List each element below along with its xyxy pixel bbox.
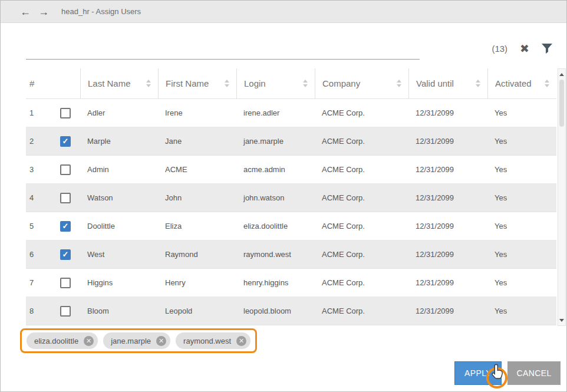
row-checkbox[interactable]: ✓ bbox=[60, 221, 71, 232]
row-checkbox[interactable] bbox=[60, 108, 71, 118]
column-header-login[interactable]: Login bbox=[236, 68, 315, 98]
sort-down-icon bbox=[303, 84, 308, 87]
table-row: 5✓DoolittleElizaeliza.doolittleACME Corp… bbox=[26, 212, 556, 241]
table-scrollbar[interactable] bbox=[558, 68, 566, 326]
scroll-up-icon[interactable] bbox=[558, 71, 565, 78]
chip-remove-icon[interactable]: ✕ bbox=[84, 336, 94, 346]
cell-activated: Yes bbox=[487, 184, 556, 212]
chip-remove-icon[interactable]: ✕ bbox=[236, 336, 246, 346]
column-label: Login bbox=[244, 78, 266, 88]
cell-login: irene.adler bbox=[236, 99, 315, 127]
column-header-valid-until[interactable]: Valid until bbox=[408, 68, 487, 98]
row-checkbox[interactable] bbox=[60, 164, 71, 175]
cell-last: Bloom bbox=[80, 297, 158, 325]
row-checkbox[interactable] bbox=[60, 278, 71, 288]
sort-up-icon bbox=[397, 80, 401, 83]
sort-icons bbox=[476, 80, 480, 87]
dialog-actions: APPLY CANCEL bbox=[454, 361, 561, 385]
row-index-cell: 5✓ bbox=[26, 212, 80, 240]
table-row: 6✓WestRaymondraymond.westACME Corp.12/31… bbox=[26, 241, 556, 269]
column-header-last-name[interactable]: Last Name bbox=[80, 68, 158, 98]
column-label: Activated bbox=[495, 78, 532, 88]
column-header-company[interactable]: Company bbox=[315, 68, 408, 98]
cell-valid: 12/31/2099 bbox=[408, 127, 487, 155]
back-arrow-icon[interactable]: ← bbox=[20, 6, 31, 17]
column-label: Valid until bbox=[416, 78, 454, 88]
cell-company: ACME Corp. bbox=[315, 127, 408, 155]
cell-activated: Yes bbox=[487, 127, 556, 155]
column-label: Last Name bbox=[88, 78, 131, 88]
cell-first: Irene bbox=[158, 99, 236, 127]
check-mark-icon: ✓ bbox=[62, 137, 69, 145]
titlebar: ← → head_hr - Assign Users bbox=[1, 1, 566, 23]
selected-user-chip: raymond.west✕ bbox=[176, 332, 250, 349]
table-row: 1AdlerIreneirene.adlerACME Corp.12/31/20… bbox=[26, 99, 556, 127]
sort-down-icon bbox=[476, 84, 480, 87]
table-row: 8BloomLeopoldleopold.bloomACME Corp.12/3… bbox=[26, 297, 556, 325]
selected-users-group: eliza.doolittle✕jane.marple✕raymond.west… bbox=[20, 328, 257, 353]
row-index-cell: 4 bbox=[26, 184, 80, 212]
sort-up-icon bbox=[545, 80, 549, 83]
column-header-activated[interactable]: Activated bbox=[487, 68, 556, 98]
cell-company: ACME Corp. bbox=[315, 241, 408, 268]
cell-login: acme.admin bbox=[236, 156, 315, 183]
row-number: 5 bbox=[29, 222, 34, 230]
cell-valid: 12/31/2099 bbox=[408, 297, 487, 325]
table-row: 7HigginsHenryhenry.higginsACME Corp.12/3… bbox=[26, 269, 556, 297]
column-header-first-name[interactable]: First Name bbox=[158, 68, 236, 98]
cell-company: ACME Corp. bbox=[315, 99, 408, 127]
check-mark-icon: ✓ bbox=[62, 251, 69, 258]
cell-last: Admin bbox=[80, 156, 158, 183]
cell-first: Eliza bbox=[158, 212, 236, 240]
filter-search-input[interactable] bbox=[26, 37, 420, 60]
filter-funnel-icon[interactable] bbox=[542, 44, 552, 54]
sort-icons bbox=[397, 80, 401, 87]
row-checkbox[interactable]: ✓ bbox=[60, 249, 71, 260]
column-label: # bbox=[29, 78, 34, 88]
row-index-cell: 6✓ bbox=[26, 241, 80, 268]
column-label: First Name bbox=[166, 78, 209, 88]
cell-first: Leopold bbox=[158, 297, 236, 325]
cell-company: ACME Corp. bbox=[315, 269, 408, 297]
sort-up-icon bbox=[146, 80, 151, 83]
row-number: 4 bbox=[29, 193, 34, 202]
forward-arrow-icon[interactable]: → bbox=[38, 6, 49, 17]
sort-icons bbox=[545, 80, 549, 87]
cell-last: Adler bbox=[80, 99, 158, 127]
column-header-num: # bbox=[26, 68, 80, 98]
apply-button[interactable]: APPLY bbox=[454, 361, 502, 385]
sort-down-icon bbox=[146, 84, 151, 87]
cell-activated: Yes bbox=[487, 269, 556, 297]
table-row: 3AdminACMEacme.adminACME Corp.12/31/2099… bbox=[26, 156, 556, 184]
scrollbar-thumb[interactable] bbox=[559, 80, 564, 127]
row-checkbox[interactable] bbox=[60, 193, 71, 203]
cell-first: Jane bbox=[158, 127, 236, 155]
cell-valid: 12/31/2099 bbox=[408, 184, 487, 212]
row-checkbox[interactable]: ✓ bbox=[60, 136, 71, 147]
sort-up-icon bbox=[225, 80, 229, 83]
chip-label: jane.marple bbox=[111, 337, 151, 345]
cancel-button[interactable]: CANCEL bbox=[507, 361, 561, 385]
sort-up-icon bbox=[303, 80, 308, 83]
cell-valid: 12/31/2099 bbox=[408, 241, 487, 268]
cell-activated: Yes bbox=[487, 297, 556, 325]
cell-first: Henry bbox=[158, 269, 236, 297]
row-number: 3 bbox=[29, 165, 34, 174]
users-table: #Last NameFirst NameLoginCompanyValid un… bbox=[26, 68, 556, 325]
sort-down-icon bbox=[545, 84, 549, 87]
table-header: #Last NameFirst NameLoginCompanyValid un… bbox=[26, 68, 556, 99]
cell-valid: 12/31/2099 bbox=[408, 269, 487, 297]
sort-icons bbox=[303, 80, 308, 87]
chip-remove-icon[interactable]: ✕ bbox=[156, 336, 166, 346]
cell-valid: 12/31/2099 bbox=[408, 156, 487, 183]
scroll-down-icon[interactable] bbox=[558, 317, 565, 324]
clear-filter-icon[interactable]: ✖ bbox=[520, 43, 529, 54]
cell-last: Watson bbox=[80, 184, 158, 212]
row-number: 2 bbox=[29, 137, 34, 146]
assign-users-dialog: ← → head_hr - Assign Users (13) ✖ #Last … bbox=[0, 0, 567, 392]
row-number: 8 bbox=[29, 307, 34, 315]
filter-tools: (13) ✖ bbox=[492, 42, 552, 55]
table-row: 2✓MarpleJanejane.marpleACME Corp.12/31/2… bbox=[26, 127, 556, 156]
row-checkbox[interactable] bbox=[60, 306, 71, 317]
cell-company: ACME Corp. bbox=[315, 156, 408, 183]
